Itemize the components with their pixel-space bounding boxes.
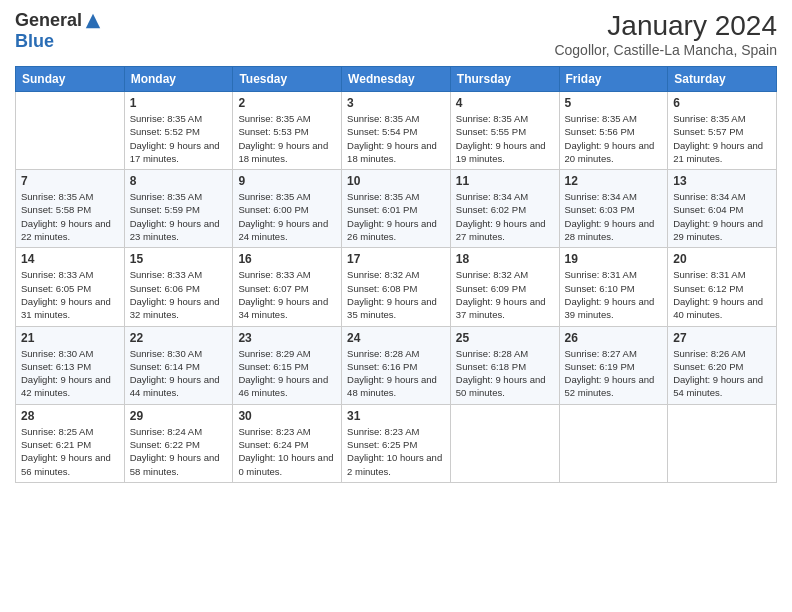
day-info: Sunrise: 8:32 AMSunset: 6:08 PMDaylight:… <box>347 268 445 321</box>
daylight-label: Daylight: 9 hours and 22 minutes. <box>21 218 111 242</box>
sunrise-label: Sunrise: 8:35 AM <box>130 191 202 202</box>
sunset-label: Sunset: 6:02 PM <box>456 204 526 215</box>
sunrise-label: Sunrise: 8:32 AM <box>347 269 419 280</box>
daylight-label: Daylight: 10 hours and 2 minutes. <box>347 452 442 476</box>
calendar-cell: 31Sunrise: 8:23 AMSunset: 6:25 PMDayligh… <box>342 404 451 482</box>
calendar-cell: 5Sunrise: 8:35 AMSunset: 5:56 PMDaylight… <box>559 92 668 170</box>
sunrise-label: Sunrise: 8:25 AM <box>21 426 93 437</box>
day-number: 1 <box>130 96 228 110</box>
day-number: 26 <box>565 331 663 345</box>
daylight-label: Daylight: 9 hours and 39 minutes. <box>565 296 655 320</box>
day-number: 25 <box>456 331 554 345</box>
calendar-cell <box>668 404 777 482</box>
daylight-label: Daylight: 9 hours and 52 minutes. <box>565 374 655 398</box>
calendar-cell: 20Sunrise: 8:31 AMSunset: 6:12 PMDayligh… <box>668 248 777 326</box>
calendar-cell: 23Sunrise: 8:29 AMSunset: 6:15 PMDayligh… <box>233 326 342 404</box>
sunset-label: Sunset: 6:21 PM <box>21 439 91 450</box>
calendar-table: Sunday Monday Tuesday Wednesday Thursday… <box>15 66 777 483</box>
header-row: Sunday Monday Tuesday Wednesday Thursday… <box>16 67 777 92</box>
sunset-label: Sunset: 5:58 PM <box>21 204 91 215</box>
sunrise-label: Sunrise: 8:34 AM <box>673 191 745 202</box>
daylight-label: Daylight: 9 hours and 17 minutes. <box>130 140 220 164</box>
daylight-label: Daylight: 9 hours and 26 minutes. <box>347 218 437 242</box>
day-info: Sunrise: 8:26 AMSunset: 6:20 PMDaylight:… <box>673 347 771 400</box>
calendar-cell: 10Sunrise: 8:35 AMSunset: 6:01 PMDayligh… <box>342 170 451 248</box>
sunset-label: Sunset: 6:09 PM <box>456 283 526 294</box>
sunset-label: Sunset: 6:10 PM <box>565 283 635 294</box>
sunrise-label: Sunrise: 8:35 AM <box>130 113 202 124</box>
day-info: Sunrise: 8:34 AMSunset: 6:04 PMDaylight:… <box>673 190 771 243</box>
sunset-label: Sunset: 6:20 PM <box>673 361 743 372</box>
day-info: Sunrise: 8:35 AMSunset: 5:59 PMDaylight:… <box>130 190 228 243</box>
sunset-label: Sunset: 5:56 PM <box>565 126 635 137</box>
day-info: Sunrise: 8:32 AMSunset: 6:09 PMDaylight:… <box>456 268 554 321</box>
sunset-label: Sunset: 6:14 PM <box>130 361 200 372</box>
daylight-label: Daylight: 9 hours and 46 minutes. <box>238 374 328 398</box>
sunset-label: Sunset: 6:13 PM <box>21 361 91 372</box>
sunset-label: Sunset: 6:03 PM <box>565 204 635 215</box>
svg-marker-0 <box>86 13 100 27</box>
sunrise-label: Sunrise: 8:29 AM <box>238 348 310 359</box>
day-info: Sunrise: 8:33 AMSunset: 6:06 PMDaylight:… <box>130 268 228 321</box>
sunrise-label: Sunrise: 8:35 AM <box>21 191 93 202</box>
sunset-label: Sunset: 6:06 PM <box>130 283 200 294</box>
calendar-cell: 8Sunrise: 8:35 AMSunset: 5:59 PMDaylight… <box>124 170 233 248</box>
calendar-cell: 25Sunrise: 8:28 AMSunset: 6:18 PMDayligh… <box>450 326 559 404</box>
daylight-label: Daylight: 9 hours and 35 minutes. <box>347 296 437 320</box>
daylight-label: Daylight: 9 hours and 18 minutes. <box>238 140 328 164</box>
daylight-label: Daylight: 9 hours and 37 minutes. <box>456 296 546 320</box>
sunset-label: Sunset: 6:00 PM <box>238 204 308 215</box>
sunset-label: Sunset: 6:18 PM <box>456 361 526 372</box>
calendar-cell: 30Sunrise: 8:23 AMSunset: 6:24 PMDayligh… <box>233 404 342 482</box>
calendar-cell: 14Sunrise: 8:33 AMSunset: 6:05 PMDayligh… <box>16 248 125 326</box>
day-number: 4 <box>456 96 554 110</box>
sunrise-label: Sunrise: 8:23 AM <box>347 426 419 437</box>
sunset-label: Sunset: 5:57 PM <box>673 126 743 137</box>
calendar-cell: 15Sunrise: 8:33 AMSunset: 6:06 PMDayligh… <box>124 248 233 326</box>
daylight-label: Daylight: 9 hours and 31 minutes. <box>21 296 111 320</box>
calendar-cell: 27Sunrise: 8:26 AMSunset: 6:20 PMDayligh… <box>668 326 777 404</box>
day-info: Sunrise: 8:34 AMSunset: 6:03 PMDaylight:… <box>565 190 663 243</box>
sunrise-label: Sunrise: 8:35 AM <box>456 113 528 124</box>
calendar-cell: 22Sunrise: 8:30 AMSunset: 6:14 PMDayligh… <box>124 326 233 404</box>
sunrise-label: Sunrise: 8:24 AM <box>130 426 202 437</box>
calendar-cell: 6Sunrise: 8:35 AMSunset: 5:57 PMDaylight… <box>668 92 777 170</box>
sunrise-label: Sunrise: 8:35 AM <box>238 113 310 124</box>
sunset-label: Sunset: 6:25 PM <box>347 439 417 450</box>
day-info: Sunrise: 8:33 AMSunset: 6:05 PMDaylight:… <box>21 268 119 321</box>
logo: General Blue <box>15 10 102 52</box>
daylight-label: Daylight: 9 hours and 50 minutes. <box>456 374 546 398</box>
day-number: 23 <box>238 331 336 345</box>
calendar-cell: 17Sunrise: 8:32 AMSunset: 6:08 PMDayligh… <box>342 248 451 326</box>
day-number: 14 <box>21 252 119 266</box>
location: Cogollor, Castille-La Mancha, Spain <box>554 42 777 58</box>
week-row-4: 28Sunrise: 8:25 AMSunset: 6:21 PMDayligh… <box>16 404 777 482</box>
week-row-0: 1Sunrise: 8:35 AMSunset: 5:52 PMDaylight… <box>16 92 777 170</box>
sunrise-label: Sunrise: 8:35 AM <box>238 191 310 202</box>
day-number: 28 <box>21 409 119 423</box>
day-info: Sunrise: 8:24 AMSunset: 6:22 PMDaylight:… <box>130 425 228 478</box>
sunrise-label: Sunrise: 8:23 AM <box>238 426 310 437</box>
day-number: 11 <box>456 174 554 188</box>
sunrise-label: Sunrise: 8:26 AM <box>673 348 745 359</box>
day-number: 19 <box>565 252 663 266</box>
sunset-label: Sunset: 6:05 PM <box>21 283 91 294</box>
day-info: Sunrise: 8:30 AMSunset: 6:13 PMDaylight:… <box>21 347 119 400</box>
calendar-cell <box>559 404 668 482</box>
daylight-label: Daylight: 9 hours and 19 minutes. <box>456 140 546 164</box>
day-number: 10 <box>347 174 445 188</box>
day-info: Sunrise: 8:23 AMSunset: 6:24 PMDaylight:… <box>238 425 336 478</box>
sunset-label: Sunset: 6:08 PM <box>347 283 417 294</box>
header-sunday: Sunday <box>16 67 125 92</box>
sunrise-label: Sunrise: 8:33 AM <box>238 269 310 280</box>
day-info: Sunrise: 8:35 AMSunset: 5:56 PMDaylight:… <box>565 112 663 165</box>
calendar-cell: 9Sunrise: 8:35 AMSunset: 6:00 PMDaylight… <box>233 170 342 248</box>
header-tuesday: Tuesday <box>233 67 342 92</box>
week-row-3: 21Sunrise: 8:30 AMSunset: 6:13 PMDayligh… <box>16 326 777 404</box>
day-number: 30 <box>238 409 336 423</box>
sunrise-label: Sunrise: 8:35 AM <box>565 113 637 124</box>
daylight-label: Daylight: 9 hours and 48 minutes. <box>347 374 437 398</box>
day-info: Sunrise: 8:28 AMSunset: 6:16 PMDaylight:… <box>347 347 445 400</box>
daylight-label: Daylight: 9 hours and 42 minutes. <box>21 374 111 398</box>
sunrise-label: Sunrise: 8:27 AM <box>565 348 637 359</box>
